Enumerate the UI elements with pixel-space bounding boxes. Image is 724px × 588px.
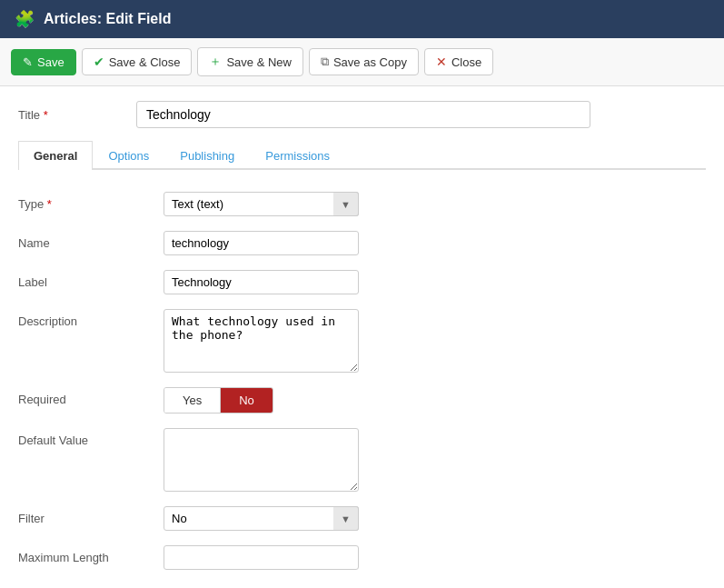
plus-icon: ＋ (209, 54, 222, 70)
description-textarea[interactable]: What technology used in the phone? (164, 309, 359, 373)
copy-icon: ⧉ (321, 55, 329, 69)
type-label: Type (18, 192, 164, 211)
required-row: Required Yes No (18, 387, 706, 414)
description-label: Description (18, 309, 164, 328)
page-title: Articles: Edit Field (44, 11, 171, 27)
label-label: Label (18, 270, 164, 289)
description-row: Description What technology used in the … (18, 309, 706, 373)
tabs-bar: General Options Publishing Permissions (18, 141, 706, 170)
default-value-textarea[interactable] (164, 428, 359, 492)
close-icon: ✕ (436, 55, 447, 69)
save-close-button[interactable]: ✔ Save & Close (82, 48, 193, 75)
general-tab-content: Type Text (text) ▼ Name Label Descriptio… (18, 188, 706, 588)
default-value-label: Default Value (18, 428, 164, 447)
tab-general[interactable]: General (18, 141, 93, 170)
filter-row: Filter No Integer Float Username Email U… (18, 506, 706, 531)
required-label: Required (18, 387, 164, 406)
label-input[interactable] (164, 270, 359, 294)
puzzle-icon: 🧩 (15, 9, 35, 29)
tab-options[interactable]: Options (93, 141, 164, 170)
name-row: Name (18, 231, 706, 255)
name-input[interactable] (164, 231, 359, 255)
required-yes-button[interactable]: Yes (164, 388, 220, 413)
save-new-button[interactable]: ＋ Save & New (197, 47, 303, 76)
default-value-row: Default Value (18, 428, 706, 492)
type-select[interactable]: Text (text) (164, 192, 359, 216)
toolbar: ✎ Save ✔ Save & Close ＋ Save & New ⧉ Sav… (0, 38, 724, 86)
title-row: Title (18, 101, 706, 128)
required-toggle: Yes No (164, 387, 273, 414)
title-input[interactable] (136, 101, 590, 128)
filter-label: Filter (18, 506, 164, 525)
save-copy-button[interactable]: ⧉ Save as Copy (309, 48, 419, 75)
max-length-input[interactable] (164, 545, 359, 570)
filter-select-wrap: No Integer Float Username Email URL Raw … (164, 506, 359, 531)
close-button[interactable]: ✕ Close (424, 48, 493, 75)
title-label: Title (18, 108, 136, 122)
tab-permissions[interactable]: Permissions (250, 141, 345, 170)
type-select-wrap: Text (text) ▼ (164, 192, 359, 216)
save-button[interactable]: ✎ Save (11, 49, 76, 75)
page-header: 🧩 Articles: Edit Field (0, 0, 724, 38)
name-label: Name (18, 231, 164, 250)
type-row: Type Text (text) ▼ (18, 192, 706, 216)
save-icon: ✎ (23, 55, 33, 69)
tab-publishing[interactable]: Publishing (164, 141, 250, 170)
required-no-button[interactable]: No (221, 388, 273, 413)
content-area: Title General Options Publishing Permiss… (0, 86, 724, 588)
max-length-label: Maximum Length (18, 545, 164, 564)
filter-select[interactable]: No Integer Float Username Email URL Raw (164, 506, 359, 531)
check-icon: ✔ (94, 55, 104, 69)
label-row: Label (18, 270, 706, 294)
max-length-row: Maximum Length (18, 545, 706, 570)
